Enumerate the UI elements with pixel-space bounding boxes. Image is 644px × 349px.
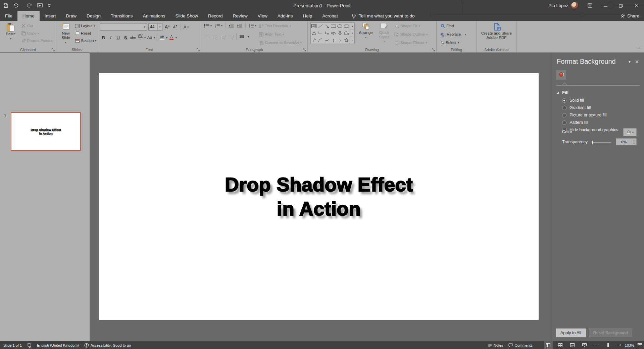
slide-show-view-button[interactable]	[580, 341, 589, 349]
reset-background-button[interactable]: Reset Background	[589, 329, 632, 337]
align-center-button[interactable]	[212, 35, 217, 39]
zoom-out-icon[interactable]: −	[592, 343, 595, 348]
font-dialog-launcher-icon[interactable]	[197, 48, 200, 52]
fit-to-window-icon[interactable]	[638, 343, 642, 347]
tab-slide-show[interactable]: Slide Show	[170, 11, 203, 21]
tab-view[interactable]: View	[253, 11, 273, 21]
pattern-fill-option[interactable]: Pattern fill	[562, 120, 588, 125]
drawing-dialog-launcher-icon[interactable]	[432, 48, 435, 52]
apply-to-all-button[interactable]: Apply to All	[556, 329, 586, 337]
shape-arrow-right-icon[interactable]	[330, 30, 337, 37]
italic-button[interactable]: I	[107, 34, 114, 42]
shape-elbow-arrow-icon[interactable]	[324, 30, 330, 37]
shape-scribble-icon[interactable]	[311, 37, 317, 44]
tab-help[interactable]: Help	[298, 11, 317, 21]
account-area[interactable]: Pía López	[545, 2, 582, 10]
shape-effects-button[interactable]: Shape Effects ▾	[394, 39, 428, 46]
shape-star-icon[interactable]	[343, 37, 350, 44]
shape-arrow-down-icon[interactable]	[337, 30, 343, 37]
share-button[interactable]: Share	[621, 11, 639, 21]
undo-icon[interactable]: ▾	[13, 3, 22, 8]
shapes-scroll-down-icon[interactable]: ▾	[350, 30, 354, 37]
slide-thumbnail-1[interactable]: Drop Shadow Effect in Action	[11, 112, 81, 151]
select-button[interactable]: Select ▾	[441, 39, 476, 46]
slide-title-text[interactable]: Drop Shadow Effect in Action	[225, 172, 413, 221]
paragraph-dialog-launcher-icon[interactable]	[303, 48, 306, 52]
pane-close-icon[interactable]: ✕	[633, 59, 641, 64]
shape-arc-icon[interactable]	[317, 37, 324, 44]
shape-corner-icon[interactable]	[343, 30, 350, 37]
tab-animations[interactable]: Animations	[138, 11, 170, 21]
pattern-fill-radio[interactable]	[562, 120, 566, 125]
clipboard-dialog-launcher-icon[interactable]	[52, 48, 55, 52]
copy-button[interactable]: Copy ▾	[21, 30, 53, 37]
shape-fill-button[interactable]: Shape Fill ▾	[394, 22, 428, 30]
numbering-button[interactable]: 123	[215, 23, 220, 28]
find-button[interactable]: Find	[441, 22, 476, 30]
shape-left-brace-icon[interactable]: {	[330, 37, 337, 44]
underline-button[interactable]: U	[115, 34, 121, 42]
transparency-handle[interactable]	[592, 141, 593, 144]
fill-section-header[interactable]: Fill	[556, 90, 568, 95]
tab-draw[interactable]: Draw	[61, 11, 82, 21]
shape-textbox-icon[interactable]: A	[311, 23, 317, 30]
highlight-color-button[interactable]: ab	[159, 34, 165, 42]
shape-triangle-icon[interactable]	[311, 30, 317, 37]
comments-button[interactable]: Comments	[508, 341, 532, 349]
transparency-up-icon[interactable]: ▲	[633, 139, 635, 142]
cut-button[interactable]: Cut	[21, 22, 53, 30]
slide-counter[interactable]: Slide 1 of 1	[3, 341, 22, 349]
shape-arrow-icon[interactable]	[324, 23, 330, 30]
format-painter-button[interactable]: Format Painter	[21, 37, 53, 44]
transparency-slider[interactable]	[592, 140, 611, 145]
zoom-in-icon[interactable]: +	[619, 343, 622, 348]
transparency-spinbox[interactable]: 0% ▲▼	[616, 138, 637, 145]
tab-transitions[interactable]: Transitions	[106, 11, 138, 21]
slide-editor-area[interactable]: Drop Shadow Effect in Action	[90, 53, 552, 341]
shape-rounded-rectangle-icon[interactable]	[343, 23, 350, 30]
zoom-slider[interactable]	[597, 343, 617, 347]
shapes-gallery[interactable]: A { }	[310, 22, 350, 44]
shape-right-brace-icon[interactable]: }	[337, 37, 343, 44]
text-direction-button[interactable]: A Text Direction ▾	[259, 22, 302, 30]
font-size-combo[interactable]: 44 ▾	[148, 23, 162, 31]
arrange-button[interactable]: Arrange ▾	[357, 21, 374, 46]
shape-elbow-icon[interactable]	[317, 30, 324, 37]
section-button[interactable]: Section ▾	[75, 37, 96, 44]
clear-formatting-button[interactable]: A◆	[183, 23, 190, 31]
shape-line-icon[interactable]	[317, 23, 324, 30]
shapes-more-icon[interactable]: ≡	[350, 37, 354, 44]
language-indicator[interactable]: English (United Kingdom)	[37, 341, 79, 349]
paste-button[interactable]: Paste ▾	[3, 21, 18, 46]
decrease-font-size-button[interactable]: A▾	[172, 23, 179, 31]
notes-button[interactable]: Notes	[488, 341, 503, 349]
align-text-button[interactable]: Align Text ▾	[259, 31, 302, 38]
redo-icon[interactable]	[27, 3, 32, 8]
tab-acrobat[interactable]: Acrobat	[317, 11, 343, 21]
reset-button[interactable]: Reset	[75, 30, 96, 37]
zoom-level[interactable]: 103%	[625, 343, 634, 347]
text-shadow-button[interactable]: S	[122, 34, 129, 42]
font-name-dropdown-icon[interactable]: ▾	[142, 23, 147, 30]
tab-file[interactable]: File	[0, 11, 17, 21]
pane-menu-icon[interactable]: ▾	[626, 59, 633, 64]
fill-tab-icon[interactable]	[556, 70, 566, 80]
align-left-button[interactable]	[204, 35, 209, 39]
quick-styles-button[interactable]: Quick Styles ▾	[377, 21, 392, 46]
slide-sorter-view-button[interactable]	[556, 341, 565, 349]
convert-smartart-button[interactable]: Convert to SmartArt ▾	[259, 39, 302, 46]
zoom-slider-handle[interactable]	[607, 343, 609, 347]
transparency-down-icon[interactable]: ▼	[633, 142, 635, 145]
line-spacing-button[interactable]	[248, 23, 254, 28]
character-spacing-button[interactable]: AV ↔	[137, 34, 144, 42]
font-color-button[interactable]: A	[168, 34, 175, 42]
increase-indent-button[interactable]	[237, 23, 243, 28]
font-name-combo[interactable]: ▾	[100, 23, 147, 31]
justify-button[interactable]	[228, 35, 233, 39]
shape-oval-icon[interactable]	[337, 23, 343, 30]
picture-fill-option[interactable]: Picture or texture fill	[562, 113, 606, 117]
gradient-fill-option[interactable]: Gradient fill	[562, 105, 591, 110]
align-right-button[interactable]	[220, 35, 225, 39]
normal-view-button[interactable]	[544, 341, 553, 349]
accessibility-status[interactable]: Accessibility: Good to go	[84, 341, 131, 349]
